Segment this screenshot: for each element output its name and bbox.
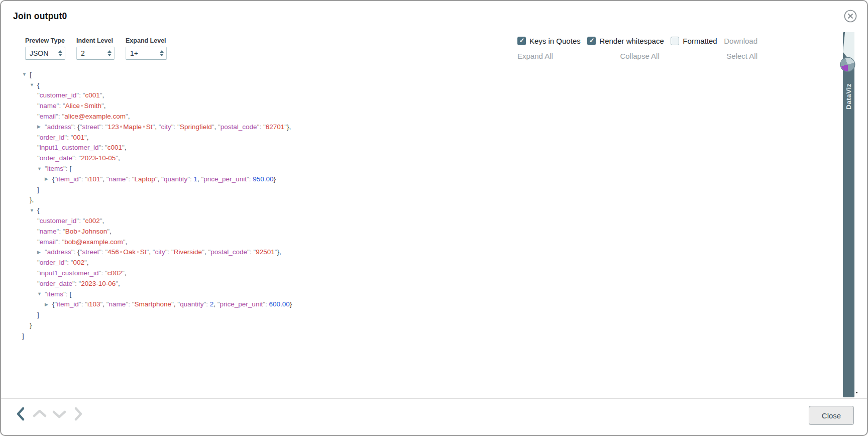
display-options-row: Keys in Quotes Render whitespace Formatt… — [517, 37, 757, 45]
json-tree-line: ▶"address": {"street": "123MapleSt", "ci… — [1, 122, 835, 132]
chevron-up-icon[interactable] — [32, 407, 48, 421]
json-tree-line: ] — [1, 184, 835, 195]
formatted-label: Formatted — [683, 37, 717, 45]
preview-type-label: Preview Type — [25, 37, 65, 44]
expand-node-icon[interactable]: ▶ — [45, 176, 52, 181]
scrollbar-end-dot — [856, 392, 857, 393]
checkbox-icon[interactable] — [517, 37, 526, 45]
spinner-icon[interactable] — [58, 50, 62, 56]
spinner-icon[interactable] — [160, 50, 164, 56]
json-tree-line: "customer_id": "c002", — [1, 215, 835, 226]
chevron-left-icon[interactable] — [14, 406, 28, 422]
json-tree-line: "customer_id": "c001", — [1, 90, 835, 101]
select-all-link[interactable]: Select All — [726, 52, 757, 60]
whitespace-dot — [78, 230, 80, 232]
json-tree-line: "name": "AliceSmith", — [1, 100, 835, 111]
json-tree-line: "email": "bob@example.com", — [1, 237, 835, 247]
whitespace-dot — [120, 126, 122, 128]
download-link[interactable]: Download — [724, 37, 757, 45]
whitespace-dot — [81, 105, 83, 107]
dataviz-brand-label: DataViz — [845, 83, 852, 110]
json-tree-line: "email": "alice@example.com", — [1, 111, 835, 122]
collapse-node-icon[interactable]: ▼ — [22, 72, 30, 77]
indent-level-value: 2 — [81, 49, 85, 57]
collapse-all-link[interactable]: Collapse All — [620, 52, 659, 60]
preview-type-value: JSON — [30, 49, 48, 57]
json-tree-line: ▼[ — [1, 69, 835, 80]
modal-title: Join output0 — [13, 11, 67, 22]
json-tree-line: "input1_customer_id": "c001", — [1, 143, 835, 153]
chevron-down-icon[interactable] — [51, 407, 67, 421]
dataviz-scrollbar[interactable]: DataViz — [843, 32, 854, 397]
render-whitespace-label: Render whitespace — [599, 37, 664, 45]
whitespace-dot — [143, 126, 145, 128]
preview-controls: Preview Type JSON Indent Level 2 Expand … — [25, 37, 167, 60]
tree-actions-row: Expand All Collapse All Select All — [517, 52, 757, 60]
indent-level-select[interactable]: 2 — [76, 47, 115, 60]
expand-node-icon[interactable]: ▶ — [37, 250, 45, 255]
close-button[interactable]: Close — [809, 406, 854, 425]
json-tree-line: "input1_customer_id": "c002", — [1, 268, 835, 278]
json-tree-line: ] — [1, 309, 835, 320]
expand-node-icon[interactable]: ▶ — [45, 302, 52, 307]
expand-node-icon[interactable]: ▶ — [37, 124, 45, 129]
json-tree-line: ▼{ — [1, 205, 835, 215]
preview-type-group: Preview Type JSON — [25, 37, 65, 60]
expand-all-link[interactable]: Expand All — [517, 52, 553, 60]
json-tree-view: ▼[▼{"customer_id": "c001","name": "Alice… — [1, 69, 835, 341]
keys-in-quotes-label: Keys in Quotes — [529, 37, 581, 45]
whitespace-dot — [120, 251, 122, 253]
json-tree-line: "order_id": "001", — [1, 132, 835, 143]
json-tree-line: ▶{"item_id": "i101", "name": "Laptop", "… — [1, 174, 835, 184]
json-tree-line: "order_date": "2023-10-06", — [1, 278, 835, 289]
close-icon[interactable] — [843, 9, 858, 24]
preview-type-select[interactable]: JSON — [25, 47, 65, 60]
json-tree-line: "order_date": "2023-10-05", — [1, 153, 835, 163]
checkbox-icon[interactable] — [587, 37, 596, 45]
collapse-node-icon[interactable]: ▼ — [30, 82, 37, 87]
json-tree-line: ▶"address": {"street": "456OakSt", "city… — [1, 247, 835, 258]
collapse-node-icon[interactable]: ▼ — [37, 291, 45, 296]
json-tree-line: } — [1, 320, 835, 331]
formatted-checkbox[interactable]: Formatted — [671, 37, 717, 45]
json-tree-line: ▼"items": [ — [1, 289, 835, 299]
join-output-modal: Join output0 Preview Type JSON Indent Le… — [0, 0, 868, 436]
json-tree-line: }, — [1, 195, 835, 205]
collapse-node-icon[interactable]: ▼ — [37, 166, 45, 171]
keys-in-quotes-checkbox[interactable]: Keys in Quotes — [517, 37, 581, 45]
json-tree-line: "order_id": "002", — [1, 257, 835, 268]
whitespace-dot — [137, 251, 139, 253]
expand-level-select[interactable]: 1+ — [126, 47, 167, 60]
expand-level-group: Expand Level 1+ — [126, 37, 167, 60]
indent-level-group: Indent Level 2 — [76, 37, 115, 60]
json-tree-line: "name": "BobJohnson", — [1, 226, 835, 237]
json-tree-line: ] — [1, 331, 835, 341]
chevron-right-icon[interactable] — [71, 406, 85, 422]
json-tree-line: ▼{ — [1, 80, 835, 90]
json-tree-line: ▼"items": [ — [1, 163, 835, 174]
checkbox-icon[interactable] — [671, 37, 679, 45]
collapse-node-icon[interactable]: ▼ — [30, 208, 37, 213]
spinner-icon[interactable] — [107, 50, 112, 56]
render-whitespace-checkbox[interactable]: Render whitespace — [587, 37, 664, 45]
footer-divider — [1, 398, 867, 399]
json-tree-line: ▶{"item_id": "i103", "name": "Smartphone… — [1, 299, 835, 310]
pie-chart-icon — [841, 58, 854, 71]
expand-level-label: Expand Level — [126, 37, 167, 44]
indent-level-label: Indent Level — [76, 37, 115, 44]
page-navigation — [14, 406, 85, 422]
expand-level-value: 1+ — [130, 49, 138, 57]
